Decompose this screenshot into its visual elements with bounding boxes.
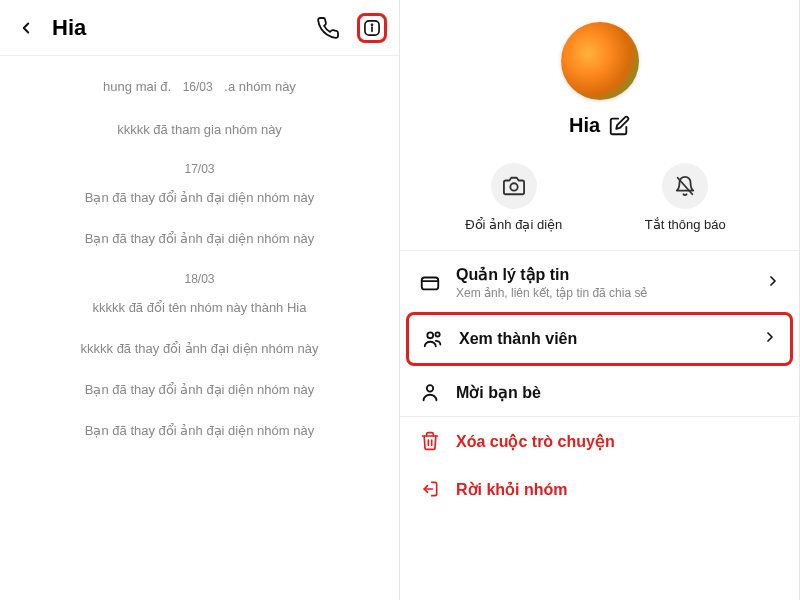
info-icon — [362, 17, 382, 39]
quick-actions: Đổi ảnh đại diện Tắt thông báo — [400, 145, 799, 251]
settings-menu: Quản lý tập tin Xem ảnh, liên kết, tập t… — [400, 251, 799, 513]
chat-panel: Hia hung mai đ. 16/03 .a nhóm này kkkkk … — [0, 0, 400, 600]
change-avatar-label: Đổi ảnh đại diện — [449, 217, 579, 232]
system-message: Bạn đã thay đổi ảnh đại diện nhóm này — [0, 423, 399, 440]
profile-name-row: Hia — [400, 114, 799, 137]
chevron-left-icon — [17, 19, 35, 37]
mute-action[interactable]: Tắt thông báo — [620, 163, 750, 232]
person-icon — [419, 381, 441, 403]
svg-point-8 — [427, 385, 433, 391]
members-title: Xem thành viên — [459, 330, 748, 348]
chevron-right-icon — [762, 329, 778, 349]
folder-icon — [419, 272, 441, 294]
system-message: Bạn đã thay đổi ảnh đại diện nhóm này — [0, 382, 399, 399]
chevron-right-icon — [765, 273, 781, 293]
system-message: Bạn đã thay đổi ảnh đại diện nhóm này — [0, 190, 399, 207]
svg-point-1 — [372, 24, 373, 25]
date-divider: 17/03 — [0, 162, 399, 176]
leave-group-item[interactable]: Rời khỏi nhóm — [400, 465, 799, 513]
delete-chat-item[interactable]: Xóa cuộc trò chuyện — [400, 417, 799, 465]
svg-point-7 — [435, 332, 439, 336]
chat-header: Hia — [0, 0, 399, 56]
members-highlight: Xem thành viên — [406, 312, 793, 366]
msg-text-post: .a nhóm này — [224, 79, 296, 94]
system-message: kkkkk đã tham gia nhóm này — [0, 122, 399, 139]
profile-section: Hia — [400, 0, 799, 145]
system-message: kkkkk đã thay đổi ảnh đại diện nhóm này — [0, 341, 399, 358]
date-chip: 16/03 — [175, 78, 221, 98]
bell-circle — [662, 163, 708, 209]
invite-friends-item[interactable]: Mời bạn bè — [400, 368, 799, 416]
change-avatar-action[interactable]: Đổi ảnh đại diện — [449, 163, 579, 232]
camera-circle — [491, 163, 537, 209]
camera-icon — [503, 175, 525, 197]
phone-icon — [316, 16, 340, 40]
details-panel: Hia Đổi ảnh đại diện Tắt thông báo Qu — [400, 0, 800, 600]
date-divider: 18/03 — [0, 272, 399, 286]
invite-title: Mời bạn bè — [456, 383, 781, 402]
leave-icon — [420, 479, 440, 499]
profile-name: Hia — [569, 114, 600, 137]
chat-title: Hia — [52, 15, 313, 41]
mute-label: Tắt thông báo — [620, 217, 750, 232]
system-message: Bạn đã thay đổi ảnh đại diện nhóm này — [0, 231, 399, 248]
files-title: Quản lý tập tin — [456, 265, 751, 284]
svg-point-6 — [427, 332, 433, 338]
call-button[interactable] — [313, 13, 343, 43]
delete-title: Xóa cuộc trò chuyện — [456, 432, 781, 451]
svg-rect-5 — [422, 277, 439, 289]
header-actions — [313, 13, 387, 43]
bell-off-icon — [674, 175, 696, 197]
system-message: kkkkk đã đổi tên nhóm này thành Hia — [0, 300, 399, 317]
pencil-icon — [608, 115, 630, 137]
svg-point-3 — [510, 183, 517, 190]
people-icon — [422, 328, 444, 350]
files-subtitle: Xem ảnh, liên kết, tập tin đã chia sẻ — [456, 286, 751, 300]
leave-title: Rời khỏi nhóm — [456, 480, 781, 499]
view-members-item[interactable]: Xem thành viên — [409, 315, 790, 363]
system-messages: hung mai đ. 16/03 .a nhóm này kkkkk đã t… — [0, 56, 399, 464]
trash-icon — [420, 431, 440, 451]
back-button[interactable] — [12, 14, 40, 42]
msg-text-pre: hung mai đ. — [103, 79, 171, 94]
group-avatar[interactable] — [561, 22, 639, 100]
info-button[interactable] — [357, 13, 387, 43]
edit-name-button[interactable] — [608, 115, 630, 137]
manage-files-item[interactable]: Quản lý tập tin Xem ảnh, liên kết, tập t… — [400, 251, 799, 310]
system-message: hung mai đ. 16/03 .a nhóm này — [0, 78, 399, 98]
